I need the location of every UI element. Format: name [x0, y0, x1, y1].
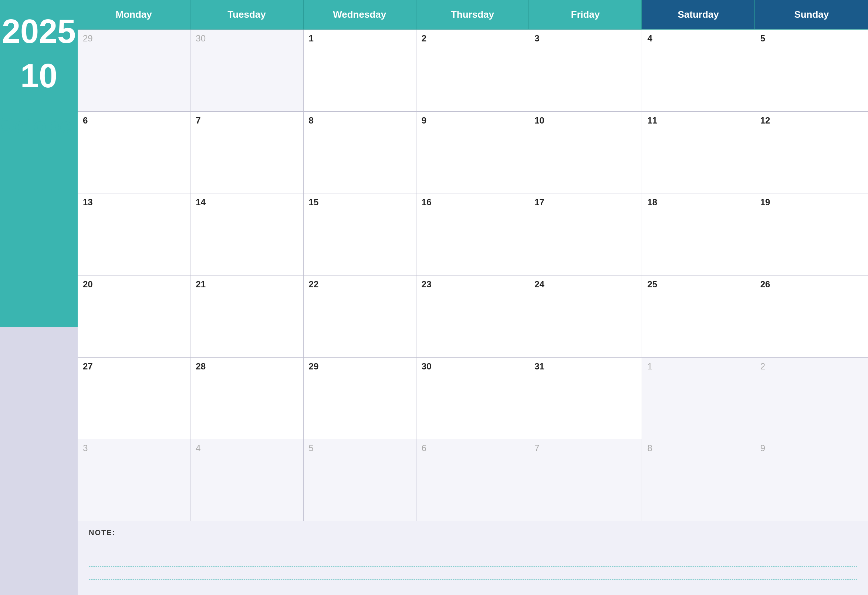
day-cell[interactable]: 29	[304, 357, 416, 439]
day-cell[interactable]: 9	[416, 112, 529, 193]
day-number: 4	[647, 33, 652, 43]
day-number: 1	[647, 361, 652, 371]
day-number: 5	[760, 33, 765, 43]
day-cell[interactable]: 11	[642, 112, 755, 193]
day-number: 27	[83, 361, 93, 371]
day-cell[interactable]: 19	[755, 193, 868, 275]
day-header-sunday: Sunday	[755, 0, 868, 30]
sidebar: 2025 10 October	[0, 0, 78, 595]
day-number: 10	[534, 115, 545, 125]
day-number: 29	[309, 361, 319, 371]
day-cell[interactable]: 28	[190, 357, 303, 439]
note-label: NOTE:	[89, 529, 857, 537]
day-cell[interactable]: 27	[78, 357, 190, 439]
week-row-3: 13141516171819	[78, 193, 868, 276]
day-number: 14	[196, 197, 206, 207]
day-number: 2	[422, 33, 427, 43]
day-headers: MondayTuesdayWednesdayThursdayFridaySatu…	[78, 0, 868, 30]
sidebar-year: 2025	[2, 15, 76, 48]
day-cell[interactable]: 5	[755, 30, 868, 111]
main-content: MondayTuesdayWednesdayThursdayFridaySatu…	[78, 0, 868, 595]
day-cell[interactable]: 1	[642, 357, 755, 439]
day-cell[interactable]: 21	[190, 276, 303, 357]
day-cell[interactable]: 25	[642, 276, 755, 357]
note-line-2	[89, 553, 857, 567]
day-cell[interactable]: 2	[755, 357, 868, 439]
day-number: 22	[309, 279, 319, 289]
week-row-6: 3456789	[78, 439, 868, 521]
day-cell[interactable]: 10	[529, 112, 642, 193]
week-row-2: 6789101112	[78, 112, 868, 194]
day-cell[interactable]: 16	[416, 193, 529, 275]
week-row-1: 293012345	[78, 30, 868, 112]
day-number: 4	[196, 443, 201, 453]
day-number: 7	[196, 115, 201, 125]
week-row-4: 20212223242526	[78, 276, 868, 357]
day-number: 26	[760, 279, 771, 289]
day-cell[interactable]: 3	[529, 30, 642, 111]
day-cell[interactable]: 2	[416, 30, 529, 111]
day-cell[interactable]: 12	[755, 112, 868, 193]
day-cell[interactable]: 8	[642, 439, 755, 521]
day-number: 3	[83, 443, 88, 453]
day-number: 12	[760, 115, 771, 125]
day-number: 16	[422, 197, 432, 207]
day-header-tuesday: Tuesday	[190, 0, 303, 30]
day-number: 19	[760, 197, 771, 207]
note-line-3	[89, 567, 857, 580]
day-cell[interactable]: 6	[78, 112, 190, 193]
day-number: 5	[309, 443, 314, 453]
note-line-4	[89, 580, 857, 593]
day-number: 29	[83, 33, 93, 43]
day-number: 11	[647, 115, 657, 125]
note-line-1	[89, 540, 857, 553]
day-cell[interactable]: 4	[642, 30, 755, 111]
day-number: 8	[309, 115, 314, 125]
day-cell[interactable]: 30	[190, 30, 303, 111]
day-number: 6	[422, 443, 427, 453]
day-number: 31	[534, 361, 545, 371]
day-cell[interactable]: 5	[304, 439, 416, 521]
notes-section: NOTE:	[78, 521, 868, 595]
day-header-saturday: Saturday	[642, 0, 755, 30]
day-cell[interactable]: 7	[190, 112, 303, 193]
day-cell[interactable]: 30	[416, 357, 529, 439]
day-number: 24	[534, 279, 545, 289]
day-number: 8	[647, 443, 652, 453]
day-cell[interactable]: 6	[416, 439, 529, 521]
day-cell[interactable]: 3	[78, 439, 190, 521]
day-cell[interactable]: 1	[304, 30, 416, 111]
day-number: 30	[422, 361, 432, 371]
day-number: 6	[83, 115, 88, 125]
day-number: 9	[760, 443, 765, 453]
day-header-friday: Friday	[529, 0, 642, 30]
day-cell[interactable]: 18	[642, 193, 755, 275]
day-cell[interactable]: 20	[78, 276, 190, 357]
day-cell[interactable]: 8	[304, 112, 416, 193]
day-cell[interactable]: 7	[529, 439, 642, 521]
day-header-thursday: Thursday	[416, 0, 529, 30]
day-cell[interactable]: 4	[190, 439, 303, 521]
day-number: 15	[309, 197, 319, 207]
day-number: 21	[196, 279, 206, 289]
day-number: 23	[422, 279, 432, 289]
day-cell[interactable]: 14	[190, 193, 303, 275]
day-cell[interactable]: 17	[529, 193, 642, 275]
day-number: 7	[534, 443, 539, 453]
day-cell[interactable]: 9	[755, 439, 868, 521]
day-cell[interactable]: 23	[416, 276, 529, 357]
day-number: 25	[647, 279, 657, 289]
day-cell[interactable]: 26	[755, 276, 868, 357]
day-number: 20	[83, 279, 93, 289]
day-cell[interactable]: 15	[304, 193, 416, 275]
day-number: 30	[196, 33, 206, 43]
day-cell[interactable]: 13	[78, 193, 190, 275]
day-cell[interactable]: 22	[304, 276, 416, 357]
day-cell[interactable]: 31	[529, 357, 642, 439]
day-cell[interactable]: 29	[78, 30, 190, 111]
day-number: 3	[534, 33, 539, 43]
day-cell[interactable]: 24	[529, 276, 642, 357]
day-number: 28	[196, 361, 206, 371]
week-row-5: 272829303112	[78, 357, 868, 440]
day-number: 9	[422, 115, 427, 125]
